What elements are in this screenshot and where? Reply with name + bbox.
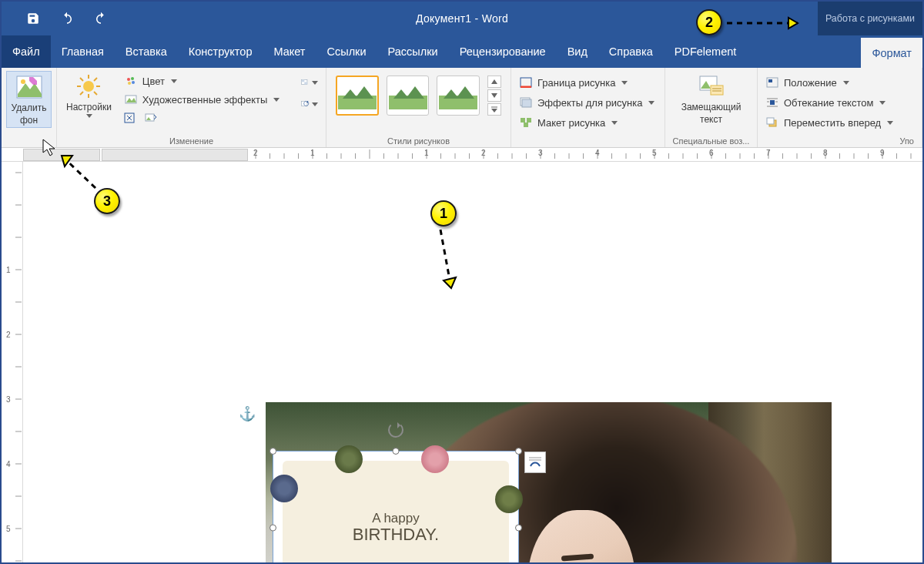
tab-insert[interactable]: Вставка (115, 35, 178, 68)
artistic-icon (124, 92, 138, 106)
svg-marker-42 (491, 79, 497, 84)
vertical-ruler[interactable]: 123456 (2, 162, 23, 562)
tab-home[interactable]: Главная (51, 35, 115, 68)
resize-handle[interactable] (393, 448, 400, 455)
change-picture-button[interactable] (142, 109, 159, 126)
svg-rect-46 (521, 78, 531, 87)
svg-text:4: 4 (6, 460, 11, 468)
flower-decor (495, 485, 523, 513)
effects-icon (519, 96, 533, 109)
resize-handle[interactable] (515, 525, 522, 532)
style-thumb-3[interactable] (437, 76, 480, 116)
arrow-3 (51, 145, 105, 199)
tab-mailings[interactable]: Рассылки (377, 35, 449, 68)
resize-handle[interactable] (515, 448, 522, 455)
bring-fwd-icon (765, 116, 779, 129)
svg-rect-24 (304, 82, 307, 84)
picture-border-button[interactable]: Граница рисунка (516, 74, 660, 91)
compress-pictures-button[interactable] (121, 109, 138, 126)
wrap-text-button[interactable]: Обтекание текстом (762, 94, 917, 111)
tab-layout[interactable]: Макет (263, 35, 316, 68)
picture-layout-button[interactable]: Макет рисунка (516, 114, 660, 131)
color-button[interactable]: Цвет (121, 72, 283, 89)
svg-rect-52 (524, 123, 528, 127)
document-canvas[interactable]: ⚓ + OCOMP.infoВОПРОСЫ АДМИНУ A happy BIR… (23, 162, 922, 562)
arrow-2 (724, 15, 816, 31)
rotate-handle[interactable] (388, 422, 403, 438)
brightness-icon (75, 72, 102, 100)
bring-forward-button[interactable]: Переместить вперед (762, 114, 917, 131)
gallery-down-button[interactable] (487, 89, 501, 102)
layout-icon (519, 116, 533, 129)
alt-text-button[interactable]: Замещающий текст (670, 71, 752, 126)
callout-1: 1 (430, 200, 457, 227)
position-icon (765, 76, 779, 89)
style-thumb-2[interactable] (387, 76, 430, 116)
wrap-icon (765, 96, 779, 109)
tab-pdfelement[interactable]: PDFelement (664, 35, 748, 68)
alt-text-icon (698, 72, 725, 100)
tab-review[interactable]: Рецензирование (449, 35, 557, 68)
palette-icon (124, 74, 138, 88)
picture-styles-gallery (331, 71, 506, 116)
picture-effects-button[interactable]: Эффекты для рисунка (516, 94, 660, 111)
save-icon[interactable] (22, 8, 45, 29)
horizontal-ruler[interactable]: 21123456789101112 (2, 148, 922, 162)
svg-rect-51 (527, 118, 531, 123)
callout-2: 2 (696, 9, 722, 35)
flower-decor (335, 445, 363, 473)
svg-marker-43 (491, 93, 497, 98)
svg-text:8: 8 (823, 149, 828, 157)
tab-design[interactable]: Конструктор (178, 35, 263, 68)
svg-point-2 (21, 79, 25, 84)
svg-text:1: 1 (310, 149, 315, 157)
tab-format[interactable]: Формат (861, 35, 922, 68)
gallery-more-button[interactable] (487, 103, 501, 116)
svg-text:2: 2 (253, 149, 258, 157)
svg-line-10 (94, 92, 97, 95)
tab-references[interactable]: Ссылки (316, 35, 377, 68)
svg-rect-55 (711, 86, 723, 95)
svg-point-13 (127, 78, 130, 81)
app-title: Документ1 - Word (416, 12, 508, 25)
artistic-effects-button[interactable]: Художественные эффекты (121, 91, 283, 108)
style-thumb-1[interactable] (336, 76, 379, 116)
position-button[interactable]: Положение (762, 74, 917, 91)
group-label-adjust: Изменение (62, 135, 321, 146)
svg-text:1: 1 (424, 149, 429, 157)
group-label-accessibility: Специальные воз... (670, 135, 752, 146)
undo-icon[interactable] (55, 8, 79, 29)
tab-view[interactable]: Вид (557, 35, 598, 68)
svg-text:5: 5 (652, 149, 657, 157)
resize-handle[interactable] (270, 448, 276, 455)
svg-marker-45 (491, 109, 497, 112)
quick-access-toolbar (2, 8, 112, 29)
mouse-cursor-icon (42, 139, 56, 157)
anchor-icon: ⚓ (239, 405, 256, 422)
group-label-styles: Стили рисунков (331, 135, 506, 146)
border-icon (519, 76, 533, 89)
gallery-up-button[interactable] (487, 76, 501, 88)
svg-rect-59 (768, 79, 772, 82)
ribbon-tabs: Файл Главная Вставка Конструктор Макет С… (2, 35, 922, 68)
svg-point-4 (83, 81, 94, 92)
remove-bg-label-1: Удалить (12, 102, 47, 113)
selected-picture[interactable]: A happy BIRTHDAY. (273, 451, 519, 562)
svg-text:1: 1 (6, 266, 11, 274)
chevron-down-icon (86, 114, 92, 118)
picture-tools-context-tab[interactable]: Работа с рисунками (818, 2, 922, 35)
remove-background-button[interactable]: Удалить фон (6, 71, 52, 128)
reset-picture-button[interactable] (301, 96, 318, 112)
svg-point-36 (393, 85, 400, 91)
svg-text:4: 4 (595, 149, 600, 157)
svg-text:3: 3 (6, 395, 11, 404)
layout-options-button[interactable] (524, 452, 546, 473)
redo-icon[interactable] (89, 8, 112, 29)
tab-help[interactable]: Справка (598, 35, 664, 68)
resize-handle[interactable] (270, 525, 276, 532)
transparency-button[interactable] (301, 74, 318, 91)
tab-file[interactable]: Файл (2, 35, 51, 68)
corrections-button[interactable]: Настройки (62, 71, 116, 119)
remove-bg-label-2: фон (20, 115, 38, 126)
svg-text:2: 2 (481, 149, 486, 157)
